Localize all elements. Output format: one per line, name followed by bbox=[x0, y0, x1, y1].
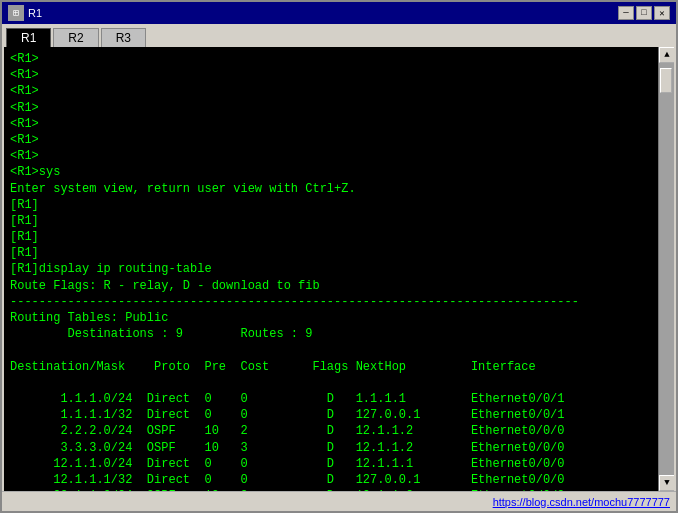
window-title: R1 bbox=[28, 7, 42, 19]
title-bar: ⊞ R1 — □ ✕ bbox=[2, 2, 676, 24]
close-button[interactable]: ✕ bbox=[654, 6, 670, 20]
minimize-button[interactable]: — bbox=[618, 6, 634, 20]
tab-r1[interactable]: R1 bbox=[6, 28, 51, 47]
tab-bar: R1 R2 R3 bbox=[2, 24, 676, 47]
title-bar-left: ⊞ R1 bbox=[8, 5, 42, 21]
maximize-button[interactable]: □ bbox=[636, 6, 652, 20]
scroll-track bbox=[659, 63, 674, 475]
terminal-output[interactable]: <R1> <R1> <R1> <R1> <R1> <R1> <R1> <R1>s… bbox=[4, 47, 658, 491]
vertical-scrollbar[interactable]: ▲ ▼ bbox=[658, 47, 674, 491]
status-bar: https://blog.csdn.net/mochu7777777 bbox=[2, 491, 676, 511]
url-link[interactable]: https://blog.csdn.net/mochu7777777 bbox=[493, 496, 670, 508]
scroll-down-button[interactable]: ▼ bbox=[659, 475, 674, 491]
title-controls: — □ ✕ bbox=[618, 6, 670, 20]
terminal-wrapper: <R1> <R1> <R1> <R1> <R1> <R1> <R1> <R1>s… bbox=[4, 47, 674, 491]
terminal-icon: ⊞ bbox=[8, 5, 24, 21]
tab-r3[interactable]: R3 bbox=[101, 28, 146, 47]
scroll-up-button[interactable]: ▲ bbox=[659, 47, 674, 63]
tab-r2[interactable]: R2 bbox=[53, 28, 98, 47]
scroll-thumb[interactable] bbox=[660, 68, 672, 93]
main-window: ⊞ R1 — □ ✕ R1 R2 R3 <R1> <R1> <R1> <R1> … bbox=[0, 0, 678, 513]
